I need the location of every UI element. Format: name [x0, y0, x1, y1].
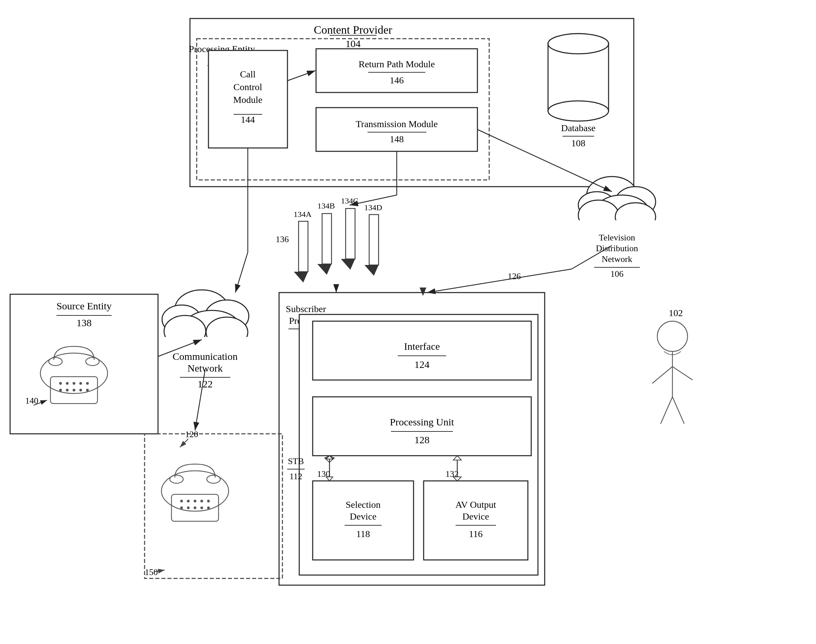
svg-rect-138 — [369, 215, 378, 265]
television-distribution-network-cloud — [578, 168, 659, 235]
svg-point-26 — [548, 34, 609, 54]
svg-marker-137 — [341, 259, 355, 270]
svg-rect-134 — [322, 213, 332, 264]
source-entity-box — [10, 294, 158, 434]
av-output-device-box — [424, 481, 528, 560]
svg-rect-101 — [145, 434, 282, 578]
svg-point-113 — [207, 506, 210, 509]
svg-line-141 — [427, 269, 571, 293]
svg-text:136: 136 — [276, 235, 289, 244]
svg-point-111 — [194, 506, 196, 509]
svg-text:120: 120 — [185, 429, 198, 439]
svg-text:108: 108 — [571, 138, 585, 148]
svg-point-107 — [201, 500, 203, 503]
svg-point-24 — [548, 101, 609, 121]
svg-text:Network: Network — [602, 254, 632, 264]
processing-unit-box — [313, 397, 531, 456]
svg-rect-136 — [346, 209, 355, 259]
svg-text:Distribution: Distribution — [596, 244, 638, 253]
return-path-module-box — [316, 49, 478, 92]
svg-text:126: 126 — [508, 271, 521, 281]
svg-text:134D: 134D — [364, 203, 382, 212]
svg-text:134B: 134B — [317, 201, 335, 210]
svg-point-109 — [180, 506, 183, 509]
svg-point-112 — [201, 506, 203, 509]
svg-text:106: 106 — [611, 269, 624, 279]
svg-text:150: 150 — [145, 567, 158, 577]
call-control-module-box — [208, 51, 288, 148]
svg-marker-135 — [317, 264, 332, 275]
svg-text:Database: Database — [561, 123, 596, 133]
svg-point-104 — [180, 500, 183, 503]
transmission-module-box — [316, 107, 478, 151]
svg-point-108 — [207, 500, 210, 503]
svg-marker-133 — [294, 272, 308, 282]
communication-network-cloud — [165, 282, 251, 390]
svg-text:102: 102 — [669, 308, 683, 318]
svg-point-110 — [187, 506, 190, 509]
svg-rect-132 — [299, 221, 308, 272]
svg-text:Content Provider: Content Provider — [314, 23, 392, 36]
person-figure — [646, 319, 699, 427]
selection-device-box — [313, 481, 413, 560]
interface-box — [313, 321, 531, 380]
svg-point-105 — [187, 500, 190, 503]
svg-marker-139 — [364, 265, 378, 276]
svg-point-106 — [194, 500, 196, 503]
svg-text:134A: 134A — [294, 210, 312, 219]
